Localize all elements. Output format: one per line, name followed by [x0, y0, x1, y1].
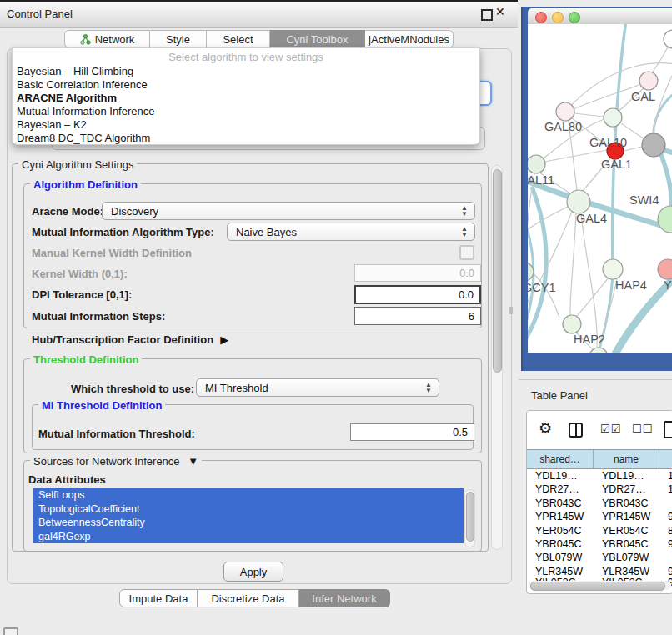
- tab-style[interactable]: Style: [150, 30, 207, 48]
- control-panel-titlebar: Control Panel ✕: [0, 0, 518, 28]
- table-panel-title: Table Panel: [531, 389, 588, 402]
- tab-style-label: Style: [166, 33, 190, 46]
- network-window-titlebar[interactable]: [528, 8, 672, 25]
- deselect-all-checkboxes-icon[interactable]: ☐☐: [632, 422, 653, 435]
- tab-cyni-toolbox[interactable]: Cyni Toolbox: [270, 30, 365, 48]
- tab-infer-network-label: Infer Network: [312, 592, 376, 605]
- mi-type-label: Mutual Information Algorithm Type:: [32, 226, 214, 238]
- settings-scrollbar[interactable]: [491, 165, 503, 550]
- manual-kernel-checkbox[interactable]: [459, 245, 474, 260]
- table-row[interactable]: YDL19…YDL19…13: [527, 469, 672, 482]
- attributes-scrollbar[interactable]: [464, 489, 475, 548]
- table-row[interactable]: YBR045CYBR045C9.: [527, 538, 672, 551]
- algorithm-dropdown-list: Select algorithm to view settings Bayesi…: [12, 48, 480, 145]
- tab-cyni-toolbox-label: Cyni Toolbox: [286, 33, 348, 46]
- select-all-checkboxes-icon[interactable]: ☑☑: [600, 422, 621, 435]
- screen: Control Panel ✕ Network Style Select Cyn…: [0, 0, 672, 635]
- columns-icon[interactable]: [569, 422, 583, 438]
- network-node[interactable]: [528, 155, 545, 173]
- table-row[interactable]: YBR043CYBR043C: [527, 497, 672, 510]
- algorithm-dropdown-placeholder: Select algorithm to view settings: [13, 51, 479, 63]
- dropdown-item-selected[interactable]: ARACNE Algorithm: [13, 92, 477, 105]
- network-node[interactable]: [642, 133, 665, 157]
- table-header: shared… name A: [527, 449, 672, 469]
- tab-impute-data-label: Impute Data: [129, 592, 188, 605]
- network-tab-icon: [80, 34, 91, 45]
- tab-jactivemnodules-label: jActiveMNodules: [369, 33, 449, 46]
- sources-group-title[interactable]: Sources for Network Inference ▼: [30, 455, 202, 468]
- table-horizontal-scrollbar[interactable]: [529, 581, 671, 590]
- table-row[interactable]: YER054CYER054C8.: [527, 524, 672, 538]
- hub-definition-toggle[interactable]: Hub/Transcription Factor Definition▶: [32, 333, 228, 346]
- tab-discretize-data[interactable]: Discretize Data: [198, 589, 299, 608]
- tab-infer-network[interactable]: Infer Network: [299, 589, 390, 608]
- close-traffic-light-icon[interactable]: [535, 12, 547, 23]
- network-node[interactable]: [556, 102, 574, 121]
- dpi-tolerance-field[interactable]: 0.0: [354, 285, 481, 304]
- network-node[interactable]: [658, 259, 672, 279]
- algorithm-definition-title: Algorithm Definition: [30, 178, 141, 191]
- network-node[interactable]: [664, 30, 672, 48]
- tab-select[interactable]: Select: [207, 30, 270, 48]
- float-window-icon[interactable]: [481, 9, 493, 21]
- tab-network[interactable]: Network: [64, 30, 150, 48]
- aracne-mode-value: Discovery: [111, 205, 158, 218]
- column-header-shared-name[interactable]: shared…: [527, 450, 594, 468]
- mi-threshold-field[interactable]: 0.5: [350, 423, 474, 441]
- table-row[interactable]: YDR27…YDR27…12: [527, 482, 672, 496]
- column-header-name[interactable]: name: [594, 450, 659, 468]
- dropdown-item[interactable]: Bayesian – Hill Climbing: [13, 65, 477, 78]
- panel-splitter-handle[interactable]: [509, 307, 513, 314]
- network-node-label: GAL10: [589, 136, 627, 149]
- tab-select-label: Select: [223, 33, 253, 46]
- mi-type-value: Naive Bayes: [236, 226, 297, 238]
- network-node[interactable]: [604, 108, 622, 127]
- kernel-width-field[interactable]: 0.0: [354, 264, 481, 282]
- dock-panel-icon[interactable]: [3, 628, 18, 635]
- aracne-mode-label: Aracne Mode:: [32, 205, 103, 218]
- column-header-clipped[interactable]: A: [659, 450, 672, 468]
- collapse-down-icon: ▼: [188, 455, 198, 468]
- gear-icon[interactable]: ⚙: [539, 421, 552, 436]
- zoom-traffic-light-icon[interactable]: [569, 12, 580, 23]
- mi-threshold-group-title: MI Threshold Definition: [38, 399, 165, 412]
- network-node[interactable]: [563, 315, 581, 333]
- network-node[interactable]: [639, 72, 658, 90]
- mi-steps-field[interactable]: 6: [354, 307, 481, 325]
- aracne-mode-select[interactable]: Discovery ▲▼: [102, 202, 475, 220]
- tab-jactivemnodules[interactable]: jActiveMNodules: [365, 30, 454, 48]
- mi-type-select[interactable]: Naive Bayes ▲▼: [227, 222, 475, 241]
- which-threshold-select[interactable]: MI Threshold ▲▼: [196, 378, 439, 397]
- network-node[interactable]: [567, 190, 590, 213]
- apply-button[interactable]: Apply: [223, 562, 283, 582]
- hub-definition-label: Hub/Transcription Factor Definition: [32, 333, 213, 346]
- control-panel-title: Control Panel: [7, 8, 73, 20]
- dropdown-item[interactable]: Basic Correlation Inference: [13, 78, 477, 92]
- minimize-traffic-light-icon[interactable]: [552, 12, 564, 23]
- table-toolbar: ⚙ ☑☑ ☐☐: [527, 411, 672, 448]
- attributes-scrollbar-thumb[interactable]: [466, 492, 474, 542]
- mi-steps-label: Mutual Information Steps:: [32, 310, 165, 322]
- tab-impute-data[interactable]: Impute Data: [119, 589, 198, 608]
- network-canvas[interactable]: GALGAL80GAL10GAL1GAL11GAL4SWI4GCY1HAP4YH…: [528, 24, 672, 352]
- list-item[interactable]: gal4RGexp: [33, 530, 464, 544]
- close-icon[interactable]: ✕: [495, 5, 505, 18]
- settings-scrollbar-thumb[interactable]: [493, 169, 502, 372]
- network-node[interactable]: [603, 259, 623, 279]
- network-node-label: GAL80: [544, 120, 582, 133]
- table-panel-bar: Table Panel: [519, 379, 672, 408]
- list-item[interactable]: BetweennessCentrality: [33, 516, 464, 530]
- list-item[interactable]: TopologicalCoefficient: [33, 502, 464, 517]
- network-node[interactable]: [658, 206, 672, 232]
- dropdown-item[interactable]: Mutual Information Inference: [13, 105, 477, 118]
- dpi-tolerance-label: DPI Tolerance [0,1]:: [32, 288, 132, 301]
- function-builder-icon[interactable]: [664, 421, 672, 438]
- table-row[interactable]: YBL079WYBL079W: [527, 551, 672, 564]
- table-scrollbar-thumb[interactable]: [530, 582, 665, 591]
- table-row[interactable]: YPR145WYPR145W9.: [527, 510, 672, 523]
- network-node-label: GCY1: [528, 281, 556, 294]
- list-item[interactable]: SelfLoops: [33, 488, 464, 502]
- network-node-label: HAP4: [615, 278, 647, 292]
- dropdown-item[interactable]: Dream8 DC_TDC Algorithm: [13, 132, 477, 145]
- dropdown-item[interactable]: Bayesian – K2: [13, 118, 477, 132]
